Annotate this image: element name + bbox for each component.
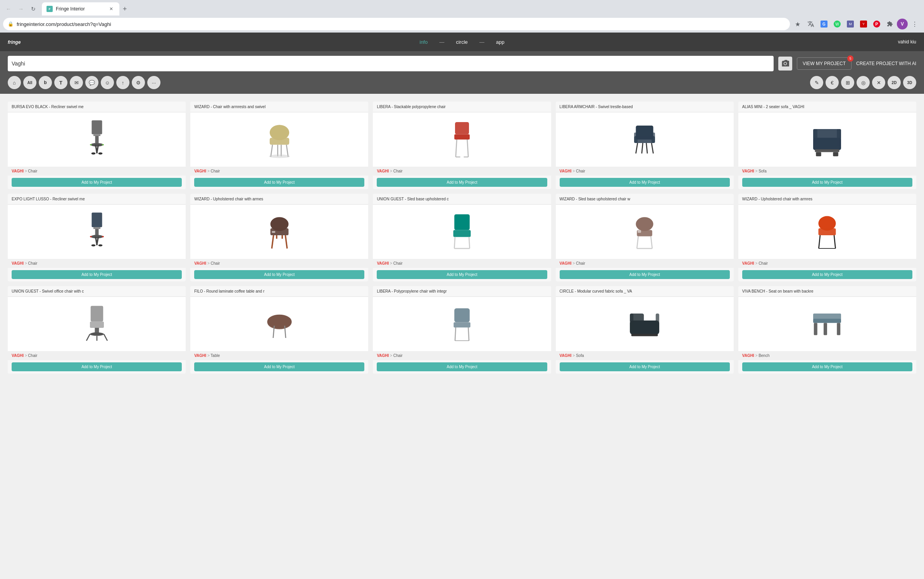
svg-point-4 (90, 143, 103, 146)
new-tab-button[interactable]: + (119, 3, 130, 14)
add-to-project-button[interactable]: Add to My Project (12, 362, 182, 371)
product-image[interactable] (8, 205, 186, 259)
extension4-button[interactable]: Y (857, 18, 870, 30)
extension3-button[interactable]: M (844, 18, 857, 30)
product-image[interactable] (556, 297, 734, 351)
filter-home-button[interactable]: ⌂ (8, 76, 21, 89)
filter-2d-button[interactable]: 2D (888, 76, 901, 89)
product-title: CIRCLE - Modular curved fabric sofa _ VA (556, 286, 734, 297)
forward-button[interactable]: → (16, 3, 26, 14)
pinterest-button[interactable]: P (871, 18, 883, 30)
product-brand: VAGHI (560, 353, 572, 358)
add-to-project-button[interactable]: Add to My Project (377, 270, 547, 279)
product-image[interactable] (738, 112, 916, 167)
filter-target-button[interactable]: ◎ (857, 76, 870, 89)
url-input[interactable] (17, 21, 785, 27)
product-category: VAGHI > Chair (377, 261, 547, 265)
filter-all-button[interactable]: All (23, 76, 36, 89)
add-to-project-button[interactable]: Add to My Project (560, 362, 730, 371)
product-card: UNION GUEST - Sled base upholstered c VA… (373, 194, 551, 281)
chrome-menu-button[interactable]: ⋮ (908, 18, 921, 30)
filter-edit-button[interactable]: ✎ (810, 76, 823, 89)
add-to-project-button[interactable]: Add to My Project (12, 178, 182, 187)
product-brand: VAGHI (194, 261, 206, 265)
filter-chat-button[interactable]: 💬 (85, 76, 98, 89)
svg-point-46 (98, 244, 102, 246)
product-type: Table (210, 353, 220, 358)
product-image[interactable] (556, 205, 734, 259)
create-project-button[interactable]: CREATE PROJECT WITH AI (856, 61, 916, 66)
filter-settings-button[interactable]: ⚙ (132, 76, 145, 89)
nav-app[interactable]: app (496, 39, 505, 45)
browser-chrome: ← → ↻ F Fringe Interior ✕ + 🔒 ★ G W (0, 0, 924, 33)
svg-rect-84 (453, 322, 470, 328)
extension2-button[interactable]: W (831, 18, 843, 30)
svg-point-45 (91, 244, 95, 246)
filter-email-button[interactable]: ✉ (70, 76, 83, 89)
filter-b-button[interactable]: b (39, 76, 52, 89)
product-type: Chair (759, 261, 768, 265)
refresh-button[interactable]: ↻ (28, 3, 39, 14)
product-image[interactable] (373, 297, 551, 351)
product-brand: VAGHI (12, 353, 24, 358)
product-image[interactable] (373, 205, 551, 259)
add-to-project-button[interactable]: Add to My Project (742, 178, 912, 187)
nav-circle[interactable]: circle (456, 39, 467, 45)
filter-person-button[interactable]: ☺ (101, 76, 114, 89)
product-card: WIZARD - Upholstered chair with armres V… (738, 194, 916, 281)
translate-icon-button[interactable] (805, 18, 817, 30)
bookmark-star-button[interactable]: ★ (791, 18, 804, 30)
filter-grid-button[interactable]: ⊞ (841, 76, 854, 89)
filter-close-button[interactable]: ✕ (872, 76, 885, 89)
svg-line-30 (646, 143, 648, 153)
product-image[interactable] (738, 205, 916, 259)
filter-t-button[interactable]: T (54, 76, 67, 89)
add-to-project-button[interactable]: Add to My Project (377, 362, 547, 371)
add-to-project-button[interactable]: Add to My Project (194, 270, 364, 279)
extension1-button[interactable]: G (818, 18, 830, 30)
back-button[interactable]: ← (3, 3, 14, 14)
extensions-button[interactable] (884, 18, 896, 30)
product-footer: VAGHI > Chair (556, 167, 734, 176)
add-to-project-button[interactable]: Add to My Project (12, 270, 182, 279)
svg-rect-37 (816, 152, 822, 156)
add-to-project-button[interactable]: Add to My Project (194, 178, 364, 187)
product-image[interactable] (8, 297, 186, 351)
add-to-project-button[interactable]: Add to My Project (742, 362, 912, 371)
product-footer: VAGHI > Table (190, 351, 368, 360)
product-brand: VAGHI (560, 261, 572, 265)
add-to-project-button[interactable]: Add to My Project (560, 178, 730, 187)
filter-3d-button[interactable]: 3D (903, 76, 916, 89)
filter-more-button[interactable]: ··· (147, 76, 160, 89)
add-to-project-button[interactable]: Add to My Project (560, 270, 730, 279)
filter-upload-button[interactable]: ↑ (116, 76, 129, 89)
product-title: UNION GUEST - Sled base upholstered c (373, 194, 551, 205)
svg-rect-95 (814, 323, 817, 335)
add-to-project-button[interactable]: Add to My Project (194, 362, 364, 371)
svg-line-20 (456, 140, 457, 157)
filter-euro-button[interactable]: € (826, 76, 839, 89)
product-category: VAGHI > Chair (377, 353, 547, 358)
product-category: VAGHI > Chair (12, 169, 182, 173)
svg-text:fringe: fringe (8, 40, 21, 45)
product-image[interactable] (190, 112, 368, 167)
product-image[interactable] (8, 112, 186, 167)
add-to-project-button[interactable]: Add to My Project (377, 178, 547, 187)
product-brand: VAGHI (742, 261, 754, 265)
address-bar[interactable]: 🔒 (3, 18, 790, 30)
active-tab[interactable]: F Fringe Interior ✕ (42, 2, 119, 16)
add-to-project-button[interactable]: Add to My Project (742, 270, 912, 279)
product-image[interactable] (738, 297, 916, 351)
camera-search-button[interactable] (778, 57, 792, 71)
product-image[interactable] (190, 297, 368, 351)
profile-button[interactable]: V (897, 19, 908, 29)
search-input[interactable] (12, 60, 770, 67)
tab-close-button[interactable]: ✕ (108, 5, 115, 12)
nav-info[interactable]: info (419, 39, 428, 45)
product-category: VAGHI > Bench (742, 353, 912, 358)
product-image[interactable] (373, 112, 551, 167)
product-image[interactable] (190, 205, 368, 259)
product-image[interactable] (556, 112, 734, 167)
product-category: VAGHI > Chair (12, 353, 182, 358)
view-project-button[interactable]: VIEW MY PROJECT 5 (797, 57, 852, 70)
